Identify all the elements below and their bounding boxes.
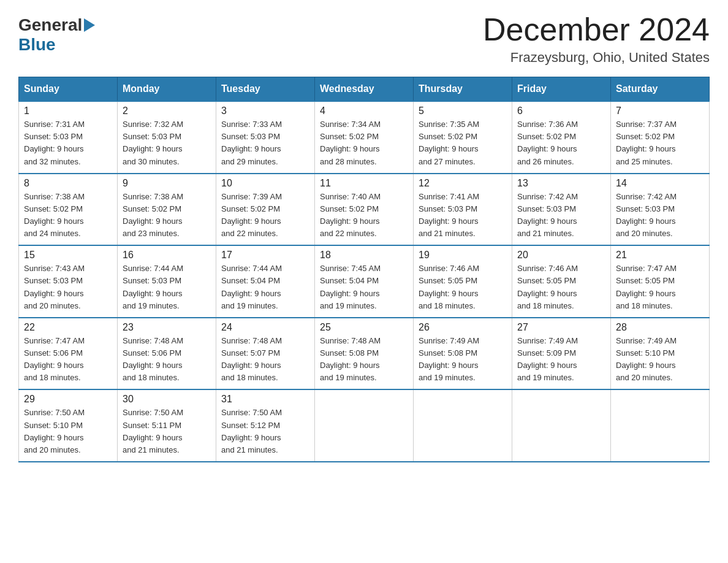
calendar-cell: 20Sunrise: 7:46 AMSunset: 5:05 PMDayligh… (512, 245, 611, 318)
calendar-week-row: 15Sunrise: 7:43 AMSunset: 5:03 PMDayligh… (19, 245, 710, 318)
day-number: 31 (221, 394, 309, 405)
logo-blue-text: Blue (18, 35, 95, 55)
day-number: 8 (24, 178, 112, 189)
day-number: 13 (517, 178, 605, 189)
day-info: Sunrise: 7:36 AMSunset: 5:02 PMDaylight:… (517, 118, 605, 168)
logo: General Blue (18, 12, 95, 55)
day-info: Sunrise: 7:49 AMSunset: 5:08 PMDaylight:… (419, 335, 507, 385)
day-number: 3 (221, 105, 309, 117)
calendar-week-row: 8Sunrise: 7:38 AMSunset: 5:02 PMDaylight… (19, 174, 710, 246)
day-info: Sunrise: 7:32 AMSunset: 5:03 PMDaylight:… (123, 118, 211, 168)
calendar-cell: 1Sunrise: 7:31 AMSunset: 5:03 PMDaylight… (19, 101, 118, 174)
calendar-cell: 24Sunrise: 7:48 AMSunset: 5:07 PMDayligh… (216, 318, 315, 390)
svg-marker-0 (84, 18, 95, 32)
calendar-cell (611, 389, 710, 462)
calendar-cell: 5Sunrise: 7:35 AMSunset: 5:02 PMDaylight… (414, 101, 512, 174)
calendar-cell: 3Sunrise: 7:33 AMSunset: 5:03 PMDaylight… (216, 101, 315, 174)
day-info: Sunrise: 7:50 AMSunset: 5:10 PMDaylight:… (24, 407, 112, 456)
calendar-cell: 29Sunrise: 7:50 AMSunset: 5:10 PMDayligh… (19, 389, 118, 462)
weekday-header-friday: Friday (512, 77, 611, 102)
calendar-cell: 11Sunrise: 7:40 AMSunset: 5:02 PMDayligh… (315, 174, 414, 246)
calendar-cell: 27Sunrise: 7:49 AMSunset: 5:09 PMDayligh… (512, 318, 611, 390)
day-info: Sunrise: 7:35 AMSunset: 5:02 PMDaylight:… (419, 118, 507, 168)
calendar-cell: 23Sunrise: 7:48 AMSunset: 5:06 PMDayligh… (118, 318, 216, 390)
page-subtitle: Frazeysburg, Ohio, United States (483, 50, 710, 66)
logo-triangle-icon (84, 18, 95, 32)
calendar-cell: 15Sunrise: 7:43 AMSunset: 5:03 PMDayligh… (19, 245, 118, 318)
day-number: 27 (517, 322, 605, 333)
day-number: 4 (320, 105, 408, 117)
day-info: Sunrise: 7:41 AMSunset: 5:03 PMDaylight:… (419, 191, 507, 240)
calendar-cell: 10Sunrise: 7:39 AMSunset: 5:02 PMDayligh… (216, 174, 315, 246)
day-number: 2 (123, 105, 211, 117)
day-number: 9 (123, 178, 211, 189)
day-number: 16 (123, 250, 211, 261)
day-info: Sunrise: 7:31 AMSunset: 5:03 PMDaylight:… (24, 118, 112, 168)
day-info: Sunrise: 7:47 AMSunset: 5:05 PMDaylight:… (616, 262, 704, 312)
day-info: Sunrise: 7:50 AMSunset: 5:12 PMDaylight:… (221, 407, 309, 456)
page-title: December 2024 (483, 12, 710, 47)
day-number: 19 (419, 250, 507, 261)
day-number: 5 (419, 105, 507, 117)
day-info: Sunrise: 7:48 AMSunset: 5:07 PMDaylight:… (221, 335, 309, 385)
day-info: Sunrise: 7:40 AMSunset: 5:02 PMDaylight:… (320, 191, 408, 240)
calendar-cell (315, 389, 414, 462)
day-info: Sunrise: 7:44 AMSunset: 5:03 PMDaylight:… (123, 262, 211, 312)
day-number: 29 (24, 394, 112, 405)
day-number: 6 (517, 105, 605, 117)
calendar-week-row: 29Sunrise: 7:50 AMSunset: 5:10 PMDayligh… (19, 389, 710, 462)
calendar-cell: 16Sunrise: 7:44 AMSunset: 5:03 PMDayligh… (118, 245, 216, 318)
calendar-cell: 31Sunrise: 7:50 AMSunset: 5:12 PMDayligh… (216, 389, 315, 462)
calendar-cell: 28Sunrise: 7:49 AMSunset: 5:10 PMDayligh… (611, 318, 710, 390)
calendar-cell: 18Sunrise: 7:45 AMSunset: 5:04 PMDayligh… (315, 245, 414, 318)
calendar-cell: 22Sunrise: 7:47 AMSunset: 5:06 PMDayligh… (19, 318, 118, 390)
calendar-cell: 17Sunrise: 7:44 AMSunset: 5:04 PMDayligh… (216, 245, 315, 318)
weekday-header-row: SundayMondayTuesdayWednesdayThursdayFrid… (19, 77, 710, 102)
calendar-cell: 30Sunrise: 7:50 AMSunset: 5:11 PMDayligh… (118, 389, 216, 462)
calendar-week-row: 22Sunrise: 7:47 AMSunset: 5:06 PMDayligh… (19, 318, 710, 390)
day-info: Sunrise: 7:42 AMSunset: 5:03 PMDaylight:… (517, 191, 605, 240)
day-info: Sunrise: 7:37 AMSunset: 5:02 PMDaylight:… (616, 118, 704, 168)
calendar-cell (414, 389, 512, 462)
day-number: 17 (221, 250, 309, 261)
weekday-header-sunday: Sunday (19, 77, 118, 102)
day-info: Sunrise: 7:42 AMSunset: 5:03 PMDaylight:… (616, 191, 704, 240)
day-info: Sunrise: 7:46 AMSunset: 5:05 PMDaylight:… (517, 262, 605, 312)
calendar-cell: 13Sunrise: 7:42 AMSunset: 5:03 PMDayligh… (512, 174, 611, 246)
day-info: Sunrise: 7:48 AMSunset: 5:08 PMDaylight:… (320, 335, 408, 385)
day-info: Sunrise: 7:48 AMSunset: 5:06 PMDaylight:… (123, 335, 211, 385)
day-number: 24 (221, 322, 309, 333)
day-info: Sunrise: 7:50 AMSunset: 5:11 PMDaylight:… (123, 407, 211, 456)
calendar-cell: 14Sunrise: 7:42 AMSunset: 5:03 PMDayligh… (611, 174, 710, 246)
calendar-cell: 8Sunrise: 7:38 AMSunset: 5:02 PMDaylight… (19, 174, 118, 246)
day-info: Sunrise: 7:33 AMSunset: 5:03 PMDaylight:… (221, 118, 309, 168)
day-number: 10 (221, 178, 309, 189)
weekday-header-thursday: Thursday (414, 77, 512, 102)
page-header: General Blue December 2024 Frazeysburg, … (18, 12, 710, 66)
weekday-header-wednesday: Wednesday (315, 77, 414, 102)
calendar-cell (512, 389, 611, 462)
day-number: 20 (517, 250, 605, 261)
calendar-cell: 25Sunrise: 7:48 AMSunset: 5:08 PMDayligh… (315, 318, 414, 390)
day-number: 25 (320, 322, 408, 333)
day-info: Sunrise: 7:46 AMSunset: 5:05 PMDaylight:… (419, 262, 507, 312)
day-number: 22 (24, 322, 112, 333)
day-info: Sunrise: 7:44 AMSunset: 5:04 PMDaylight:… (221, 262, 309, 312)
weekday-header-tuesday: Tuesday (216, 77, 315, 102)
day-info: Sunrise: 7:45 AMSunset: 5:04 PMDaylight:… (320, 262, 408, 312)
day-number: 23 (123, 322, 211, 333)
calendar-week-row: 1Sunrise: 7:31 AMSunset: 5:03 PMDaylight… (19, 101, 710, 174)
day-info: Sunrise: 7:47 AMSunset: 5:06 PMDaylight:… (24, 335, 112, 385)
day-number: 1 (24, 105, 112, 117)
calendar-cell: 2Sunrise: 7:32 AMSunset: 5:03 PMDaylight… (118, 101, 216, 174)
calendar-cell: 7Sunrise: 7:37 AMSunset: 5:02 PMDaylight… (611, 101, 710, 174)
day-number: 26 (419, 322, 507, 333)
day-number: 11 (320, 178, 408, 189)
calendar-cell: 4Sunrise: 7:34 AMSunset: 5:02 PMDaylight… (315, 101, 414, 174)
day-info: Sunrise: 7:49 AMSunset: 5:09 PMDaylight:… (517, 335, 605, 385)
day-info: Sunrise: 7:43 AMSunset: 5:03 PMDaylight:… (24, 262, 112, 312)
day-info: Sunrise: 7:38 AMSunset: 5:02 PMDaylight:… (24, 191, 112, 240)
calendar-cell: 26Sunrise: 7:49 AMSunset: 5:08 PMDayligh… (414, 318, 512, 390)
day-info: Sunrise: 7:34 AMSunset: 5:02 PMDaylight:… (320, 118, 408, 168)
calendar-cell: 6Sunrise: 7:36 AMSunset: 5:02 PMDaylight… (512, 101, 611, 174)
